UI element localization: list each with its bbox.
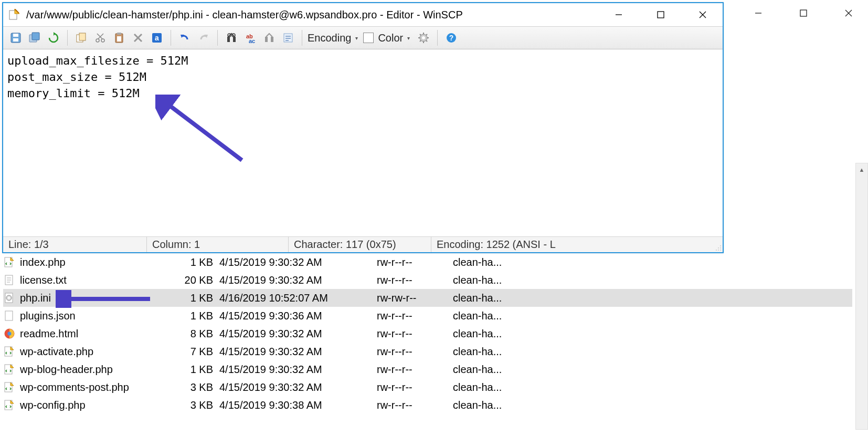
parent-maximize-button[interactable] <box>790 3 817 24</box>
editor-titlebar[interactable]: /var/www/public/clean-hamster/php.ini - … <box>3 3 723 26</box>
editor-close-button[interactable] <box>690 4 715 25</box>
svg-rect-40 <box>79 33 86 40</box>
parent-close-button[interactable] <box>835 3 862 24</box>
encoding-dropdown[interactable]: ▾ <box>355 35 358 41</box>
file-icon <box>3 345 16 358</box>
file-name: plugins.json <box>20 310 177 322</box>
parent-scrollbar[interactable]: ▲ <box>855 163 868 430</box>
file-date: 4/15/2019 9:30:32 AM <box>219 364 377 376</box>
parent-minimize-button[interactable] <box>745 3 771 24</box>
svg-point-82 <box>718 247 719 248</box>
preferences-button[interactable] <box>415 29 432 46</box>
file-row[interactable]: wp-config.php3 KB4/15/2019 9:30:38 AMrw-… <box>3 396 852 414</box>
svg-rect-62 <box>284 34 292 42</box>
paste-button[interactable] <box>111 29 128 46</box>
replace-button[interactable]: abac <box>242 29 259 46</box>
delete-button[interactable] <box>130 29 146 46</box>
file-row[interactable]: wp-activate.php7 KB4/15/2019 9:30:32 AMr… <box>3 343 852 360</box>
file-date: 4/15/2019 9:30:32 AM <box>219 256 377 268</box>
svg-point-12 <box>8 297 10 299</box>
file-permissions: rw-r--r-- <box>377 328 453 340</box>
file-row[interactable]: wp-blog-header.php1 KB4/15/2019 9:30:32 … <box>3 360 852 378</box>
file-row[interactable]: index.php1 KB4/15/2019 9:30:32 AMrw-r--r… <box>3 253 852 271</box>
file-date: 4/15/2019 9:30:32 AM <box>219 328 377 340</box>
file-owner: clean-ha... <box>453 310 537 322</box>
find-button[interactable] <box>223 29 240 46</box>
file-owner: clean-ha... <box>453 364 537 376</box>
file-permissions: rw-r--r-- <box>377 256 453 268</box>
file-icon <box>3 256 16 268</box>
svg-line-44 <box>97 34 102 39</box>
file-size: 1 KB <box>177 292 219 304</box>
redo-button[interactable] <box>195 29 212 46</box>
svg-rect-30 <box>658 12 664 18</box>
copy-button[interactable] <box>73 29 90 46</box>
select-all-button[interactable]: a <box>149 29 165 46</box>
svg-point-78 <box>720 250 721 251</box>
svg-rect-54 <box>227 37 230 42</box>
svg-point-81 <box>716 250 717 251</box>
file-icon <box>3 363 16 376</box>
svg-line-43 <box>98 34 103 39</box>
file-permissions: rw-r--r-- <box>377 364 453 376</box>
save-button[interactable] <box>7 29 24 46</box>
file-permissions: rw-r--r-- <box>377 346 453 358</box>
svg-point-67 <box>422 36 425 39</box>
svg-point-42 <box>101 39 104 42</box>
undo-button[interactable] <box>176 29 193 46</box>
scroll-up-icon[interactable]: ▲ <box>856 163 867 176</box>
svg-line-74 <box>420 40 421 42</box>
svg-text:?: ? <box>449 34 454 42</box>
color-dropdown[interactable]: ▾ <box>407 35 410 41</box>
file-row[interactable]: plugins.json1 KB4/15/2019 9:30:36 AMrw-r… <box>3 307 852 325</box>
status-line: Line: 1/3 <box>3 237 147 252</box>
file-row[interactable]: php.ini1 KB4/16/2019 10:52:07 AMrw-rw-r-… <box>3 289 852 307</box>
file-row[interactable]: wp-comments-post.php3 KB4/15/2019 9:30:3… <box>3 378 852 396</box>
file-name: index.php <box>20 256 177 268</box>
file-permissions: rw-r--r-- <box>377 381 453 393</box>
file-icon <box>3 399 16 411</box>
editor-statusbar: Line: 1/3 Column: 1 Character: 117 (0x75… <box>3 236 723 252</box>
file-row[interactable]: license.txt20 KB4/15/2019 9:30:32 AMrw-r… <box>3 271 852 289</box>
reload-button[interactable] <box>45 29 62 46</box>
editor-maximize-button[interactable] <box>648 4 673 25</box>
status-encoding: Encoding: 1252 (ANSI - L <box>431 237 714 252</box>
goto-button[interactable] <box>280 29 297 46</box>
file-name: license.txt <box>20 274 177 286</box>
svg-line-73 <box>426 40 427 42</box>
file-name: wp-config.php <box>20 399 177 411</box>
file-row[interactable]: readme.html8 KB4/15/2019 9:30:32 AMrw-r-… <box>3 325 852 343</box>
editor-app-icon <box>7 8 21 22</box>
status-character: Character: 117 (0x75) <box>289 237 431 252</box>
svg-rect-34 <box>13 38 18 42</box>
file-size: 3 KB <box>177 381 219 393</box>
file-icon <box>3 274 16 286</box>
file-name: readme.html <box>20 328 177 340</box>
editor-minimize-button[interactable] <box>606 4 631 25</box>
svg-text:ac: ac <box>249 38 255 44</box>
svg-rect-13 <box>5 311 13 320</box>
status-column: Column: 1 <box>147 237 289 252</box>
color-swatch[interactable] <box>363 33 374 43</box>
file-date: 4/15/2019 9:30:32 AM <box>219 381 377 393</box>
find-next-button[interactable] <box>261 29 278 46</box>
file-list: index.php1 KB4/15/2019 9:30:32 AMrw-r--r… <box>3 253 852 414</box>
editor-textarea[interactable]: upload_max_filesize = 512M post_max_size… <box>3 49 723 236</box>
file-owner: clean-ha... <box>453 328 537 340</box>
cut-button[interactable] <box>92 29 109 46</box>
resize-grip[interactable] <box>714 237 723 252</box>
file-icon <box>3 292 16 304</box>
svg-rect-61 <box>271 37 273 42</box>
file-date: 4/15/2019 9:30:36 AM <box>219 310 377 322</box>
save-all-button[interactable] <box>26 29 43 46</box>
file-owner: clean-ha... <box>453 274 537 286</box>
svg-line-72 <box>420 34 421 35</box>
file-size: 7 KB <box>177 346 219 358</box>
svg-point-80 <box>720 247 721 248</box>
svg-rect-60 <box>265 37 268 42</box>
file-date: 4/16/2019 10:52:07 AM <box>219 292 377 304</box>
svg-marker-38 <box>54 32 56 36</box>
svg-rect-37 <box>32 33 39 40</box>
file-permissions: rw-r--r-- <box>377 310 453 322</box>
help-button[interactable]: ? <box>443 29 460 46</box>
